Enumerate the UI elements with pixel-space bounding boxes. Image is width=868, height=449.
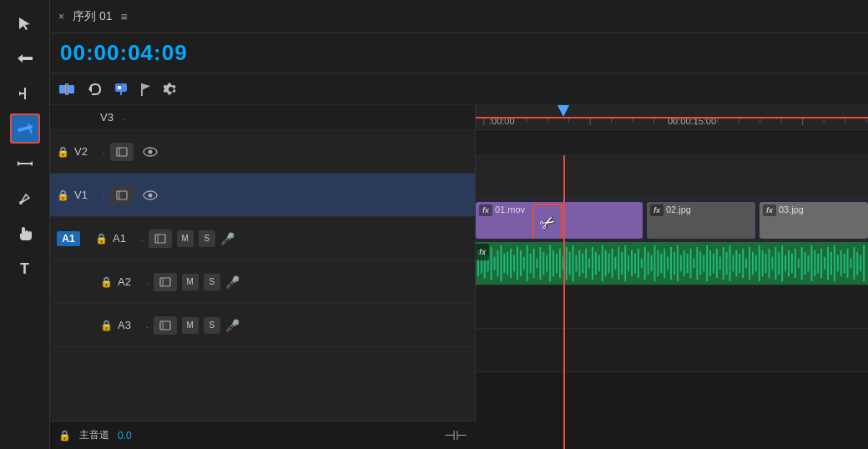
tab-close-button[interactable]: × — [58, 11, 64, 23]
a3-mic-icon[interactable]: 🎤 — [225, 319, 240, 332]
svg-rect-166 — [830, 252, 832, 275]
svg-rect-94 — [595, 252, 597, 275]
svg-rect-171 — [847, 249, 849, 278]
svg-rect-78 — [542, 252, 544, 275]
svg-rect-133 — [723, 247, 724, 280]
svg-rect-72 — [523, 257, 525, 270]
svg-marker-1 — [18, 54, 33, 63]
svg-rect-146 — [765, 254, 767, 274]
playhead-vertical-line — [563, 155, 565, 449]
a2-mic-icon[interactable]: 🎤 — [225, 275, 240, 289]
a1-sync-button[interactable] — [149, 230, 172, 248]
a1-mic-icon[interactable]: 🎤 — [220, 232, 235, 245]
svg-rect-97 — [605, 250, 607, 276]
svg-rect-82 — [556, 254, 558, 274]
a1-mute-button[interactable]: M — [177, 230, 194, 247]
svg-rect-90 — [582, 254, 583, 274]
main-lock-icon[interactable]: 🔒 — [58, 430, 71, 441]
svg-rect-69 — [513, 255, 515, 272]
svg-rect-98 — [608, 254, 610, 274]
svg-rect-148 — [771, 257, 773, 270]
svg-rect-100 — [614, 257, 616, 270]
v1-lock-icon[interactable]: 🔒 — [57, 189, 69, 201]
undo-icon[interactable] — [87, 82, 102, 97]
svg-rect-99 — [612, 249, 613, 278]
svg-rect-129 — [709, 250, 711, 276]
a1-lock-icon[interactable]: 🔒 — [95, 233, 108, 245]
a3-audio-lane — [476, 329, 868, 372]
svg-rect-152 — [785, 255, 786, 272]
tab-title: 序列 01 — [73, 9, 112, 24]
a1-solo-button[interactable]: S — [199, 230, 215, 247]
v2-sync-button[interactable] — [110, 143, 134, 161]
a3-lock-icon[interactable]: 🔒 — [100, 320, 113, 331]
svg-rect-118 — [674, 252, 675, 275]
v2-lock-icon[interactable]: 🔒 — [57, 146, 69, 158]
a3-solo-button[interactable]: S — [204, 317, 220, 334]
tab-menu-button[interactable]: ≡ — [120, 10, 127, 23]
svg-rect-75 — [533, 249, 535, 278]
svg-rect-176 — [863, 245, 865, 281]
svg-rect-132 — [719, 257, 721, 270]
svg-rect-68 — [510, 249, 512, 278]
a2-lock-icon[interactable]: 🔒 — [100, 276, 113, 288]
svg-rect-157 — [801, 247, 803, 280]
track-lanes: fx 01.mov ✂ fx 02.jpg fx — [476, 130, 868, 449]
svg-rect-131 — [716, 249, 718, 278]
svg-marker-0 — [19, 18, 30, 30]
svg-rect-161 — [814, 250, 815, 276]
svg-rect-141 — [749, 247, 750, 280]
content-area: V3 . 🔒 V2 . 🔒 V1 . — [50, 105, 868, 449]
svg-rect-175 — [860, 255, 861, 272]
svg-rect-93 — [592, 247, 593, 280]
pen-tool[interactable] — [10, 184, 40, 214]
svg-rect-164 — [824, 257, 825, 270]
flag-icon[interactable] — [140, 82, 152, 97]
a3-mute-button[interactable]: M — [182, 317, 199, 334]
slip-tool[interactable] — [10, 149, 40, 179]
a3-sync-button[interactable] — [154, 316, 177, 335]
v3-label: V3 — [100, 111, 124, 124]
svg-rect-121 — [684, 250, 685, 276]
svg-rect-65 — [500, 245, 502, 281]
razor-tool[interactable] — [10, 114, 40, 144]
select-tool[interactable] — [10, 8, 40, 38]
track-select-tool[interactable] — [10, 43, 40, 73]
svg-rect-155 — [795, 249, 796, 278]
svg-rect-158 — [805, 252, 806, 275]
fit-to-window-button[interactable]: ⊣⊢ — [444, 427, 467, 443]
svg-rect-138 — [739, 254, 740, 274]
v1-clip3-fx-badge: fx — [763, 204, 776, 216]
svg-rect-126 — [699, 252, 701, 275]
time-ruler: :00:00 00:00:15:00 — [476, 105, 868, 130]
v1-clip1[interactable]: fx 01.mov ✂ — [476, 202, 643, 239]
playhead-marker[interactable] — [558, 105, 569, 117]
svg-rect-125 — [696, 247, 698, 280]
a2-sync-button[interactable] — [154, 273, 177, 291]
ripple-tool[interactable] — [10, 78, 40, 108]
svg-rect-92 — [588, 259, 590, 269]
a2-mute-button[interactable]: M — [182, 274, 199, 290]
hand-tool[interactable] — [10, 219, 40, 249]
text-tool[interactable]: T — [10, 254, 40, 284]
v1-clip2[interactable]: fx 02.jpg — [647, 202, 755, 239]
marker-icon[interactable] — [114, 82, 129, 97]
audio-waveform — [476, 242, 868, 285]
a2-solo-button[interactable]: S — [204, 274, 220, 290]
v1-clip3[interactable]: fx 03.jpg — [760, 202, 868, 239]
svg-rect-167 — [834, 245, 835, 281]
svg-rect-79 — [546, 255, 548, 272]
timecode-display[interactable]: 00:00:04:09 — [60, 40, 188, 66]
svg-marker-9 — [18, 161, 21, 166]
svg-rect-140 — [745, 259, 747, 269]
svg-rect-110 — [648, 252, 649, 275]
svg-rect-170 — [844, 254, 845, 274]
v1-eye-button[interactable] — [139, 186, 162, 204]
settings-icon[interactable] — [164, 82, 179, 97]
v2-eye-button[interactable] — [139, 143, 162, 161]
snap-icon[interactable] — [58, 82, 75, 97]
svg-rect-108 — [641, 259, 643, 269]
svg-rect-64 — [497, 250, 498, 276]
v1-sync-button[interactable] — [110, 186, 134, 204]
a3-label: A3 — [118, 319, 141, 331]
